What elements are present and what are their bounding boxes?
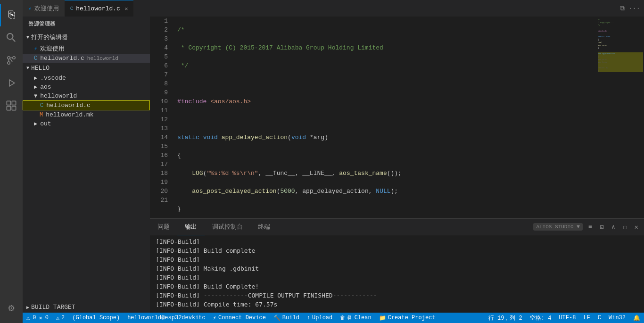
minimap: /* * Copyright... */ #include static voi…	[597, 17, 644, 218]
open-editor-welcome[interactable]: ⚡ 欢迎使用	[23, 43, 150, 54]
code-line-10: aos_post_delayed_action(5000, app_delaye…	[177, 187, 597, 196]
svg-line-1	[13, 39, 16, 42]
vscode-folder-icon: ▶	[34, 75, 37, 82]
svg-rect-7	[12, 101, 16, 105]
source-control-icon[interactable]	[0, 49, 23, 72]
error-count: 0	[33, 315, 36, 321]
line-col-text: 行 19，列 2	[488, 314, 522, 322]
info-count-item[interactable]: ⚠ 2	[52, 313, 68, 323]
sidebar-item-helloworld-c[interactable]: C helloworld.c	[23, 100, 150, 110]
output-line-1: [INFO-Build]	[156, 237, 638, 246]
panel-close-icon[interactable]: ✕	[633, 223, 640, 231]
panel-tab-output[interactable]: 输出	[177, 219, 205, 235]
code-container[interactable]: 12345 678910 1112131415 1617181920 21 /*…	[150, 17, 644, 218]
status-bar-left: ⚠ 0 ✕ 0 ⚠ 2 (Global Scope) helloworld@es…	[23, 313, 439, 323]
build-label: Build	[282, 315, 299, 321]
svg-point-0	[7, 33, 13, 39]
scope-item[interactable]: (Global Scope)	[68, 313, 124, 323]
code-line-7: static void app_delayed_action(void *arg…	[177, 133, 597, 142]
sidebar-item-helloworld-mk[interactable]: M helloworld.mk	[23, 110, 150, 119]
content-area: 资源管理器 ▼ 打开的编辑器 ⚡ 欢迎使用 C helloworld.c hel…	[23, 17, 644, 313]
encoding-item[interactable]: UTF-8	[555, 313, 579, 323]
create-project-icon: 📁	[379, 315, 386, 322]
sidebar-item-aos[interactable]: ▶ aos	[23, 83, 150, 91]
line-ending-item[interactable]: LF	[579, 313, 594, 323]
connect-device-icon: ⚡	[213, 315, 216, 322]
editor-panel-column: 12345 678910 1112131415 1617181920 21 /*…	[150, 17, 644, 313]
output-line-7: [INFO-Build] ------------COMPILE OUTPUT …	[156, 291, 638, 300]
activity-bar-bottom: ⚙	[0, 297, 23, 323]
notifications-item[interactable]: 🔔	[629, 313, 644, 323]
sidebar-item-out[interactable]: ▶ out	[23, 119, 150, 128]
helloworld-label-tag: helloworld	[87, 56, 118, 61]
project-name-label: HELLO	[31, 65, 50, 72]
sidebar-title: 资源管理器	[23, 17, 150, 31]
error-warning-item[interactable]: ⚠ 0 ✕ 0	[23, 313, 52, 323]
aos-folder-icon: ▶	[34, 83, 37, 91]
debug-icon[interactable]	[0, 72, 23, 94]
upload-item[interactable]: ↑ Upload	[303, 313, 336, 323]
sidebar-bottom: ▶ BUILD TARGET	[23, 302, 150, 313]
platform-item[interactable]: Win32	[605, 313, 629, 323]
line-col-item[interactable]: 行 19，列 2	[485, 313, 526, 323]
project-name-text: helloworld@esp32devkitc	[127, 315, 206, 321]
code-line-8: {	[177, 151, 597, 160]
output-line-3: [INFO-Build]	[156, 255, 638, 264]
code-line-6	[177, 115, 597, 124]
editor-area: 12345 678910 1112131415 1617181920 21 /*…	[150, 17, 644, 218]
spaces-item[interactable]: 空格: 4	[526, 313, 555, 323]
upload-label: Upload	[312, 315, 332, 321]
panel-copy-icon[interactable]: ⊡	[598, 223, 605, 231]
code-line-2: * Copyright (C) 2015-2017 Alibaba Group …	[177, 43, 597, 52]
language-text: C	[598, 315, 601, 321]
project-name-item[interactable]: helloworld@esp32devkitc	[124, 313, 209, 323]
alios-studio-dropdown[interactable]: ALIOS-STUDIO ▼	[533, 223, 582, 231]
panel-collapse-icon[interactable]: ∧	[610, 223, 617, 231]
warning-icon: ✕	[39, 315, 42, 322]
panel-tab-debug[interactable]: 调试控制台	[205, 219, 250, 235]
activity-bar: ⎘ ⚙	[0, 0, 23, 323]
minimap-content: /* * Copyright... */ #include static voi…	[597, 17, 644, 218]
clean-icon: 🗑	[340, 315, 346, 322]
sidebar-item-vscode[interactable]: ▶ .vscode	[23, 74, 150, 83]
language-item[interactable]: C	[594, 313, 605, 323]
tab-close-button[interactable]: ✕	[125, 6, 128, 12]
connect-device-item[interactable]: ⚡ Connect Device	[209, 313, 270, 323]
vscode-folder-name: .vscode	[40, 75, 66, 82]
build-item[interactable]: 🔨 Build	[270, 313, 303, 323]
open-editors-header[interactable]: ▼ 打开的编辑器	[23, 31, 150, 43]
line-ending-text: LF	[583, 315, 590, 321]
files-icon[interactable]: ⎘	[0, 4, 23, 26]
main-layout: ⚡ 欢迎使用 C helloworld.c ✕ ⧉ ··· 资源管理器 ▼ 打开…	[23, 0, 644, 323]
create-project-item[interactable]: 📁 Create Project	[375, 313, 439, 323]
panel-right-controls: ALIOS-STUDIO ▼ ≡ ⊡ ∧ ☐ ✕	[533, 223, 644, 231]
svg-rect-8	[7, 106, 10, 110]
sidebar-item-helloworld-folder[interactable]: ▼ helloworld	[23, 91, 150, 100]
helloworld-folder-name: helloworld	[40, 92, 77, 99]
panel-tab-problems[interactable]: 问题	[150, 219, 177, 235]
open-editor-helloworld[interactable]: C helloworld.c helloworld	[23, 54, 150, 63]
spaces-text: 空格: 4	[530, 314, 552, 322]
project-header[interactable]: ▼ HELLO	[23, 63, 150, 74]
info-icon: ⚠	[56, 315, 59, 322]
warning-count: 0	[45, 315, 49, 321]
code-line-1: /*	[177, 25, 597, 34]
build-target[interactable]: ▶ BUILD TARGET	[23, 302, 150, 313]
settings-icon[interactable]: ⚙	[0, 297, 23, 319]
code-editor[interactable]: /* * Copyright (C) 2015-2017 Alibaba Gro…	[173, 17, 597, 218]
status-bar-right: 行 19，列 2 空格: 4 UTF-8 LF C Win32 🔔	[485, 313, 644, 323]
split-editor-icon[interactable]: ⧉	[620, 5, 625, 12]
panel-maximize-icon[interactable]: ☐	[621, 223, 628, 231]
tab-helloworld[interactable]: C helloworld.c ✕	[65, 0, 134, 17]
search-icon[interactable]	[0, 26, 23, 49]
tab-welcome[interactable]: ⚡ 欢迎使用	[23, 0, 65, 17]
code-line-5: #include <aos/aos.h>	[177, 97, 597, 106]
panel-clear-icon[interactable]: ≡	[586, 223, 594, 231]
more-actions-icon[interactable]: ···	[628, 5, 640, 12]
extensions-icon[interactable]	[0, 94, 23, 117]
open-editors-chevron: ▼	[26, 35, 29, 40]
panel-tab-terminal[interactable]: 终端	[250, 219, 278, 235]
connect-device-label: Connect Device	[218, 315, 266, 321]
clean-item[interactable]: 🗑 @ Clean	[336, 313, 375, 323]
tabs-right-controls: ⧉ ···	[620, 5, 644, 12]
